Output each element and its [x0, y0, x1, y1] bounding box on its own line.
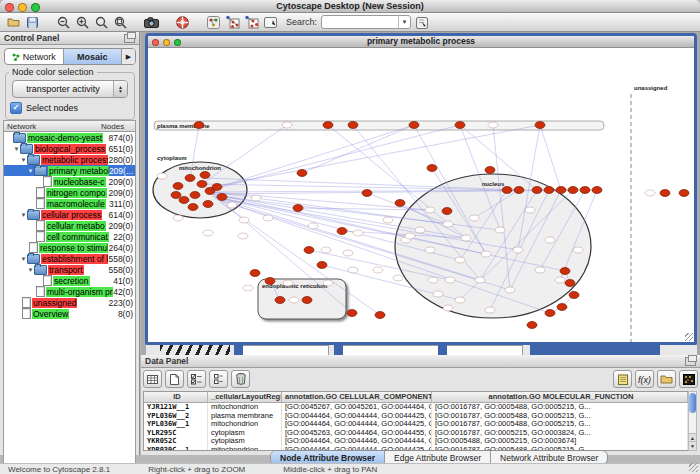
- create-network-view-icon[interactable]: [225, 15, 240, 29]
- node-selected[interactable]: [348, 122, 358, 129]
- table-row[interactable]: YPL036W__2plasma membrane[GO:0044464, GO…: [144, 412, 688, 421]
- tree-col-nodes[interactable]: Nodes: [101, 122, 135, 131]
- node-selected[interactable]: [485, 167, 495, 174]
- node-selected[interactable]: [442, 208, 452, 215]
- attribute-matrix-icon[interactable]: [679, 370, 698, 388]
- node[interactable]: [573, 247, 583, 253]
- node[interactable]: [505, 287, 515, 293]
- tree-item-response-to-stimulu[interactable]: response to stimulu264(0): [4, 242, 135, 253]
- node-selected[interactable]: [375, 312, 385, 319]
- node-selected[interactable]: [337, 228, 347, 235]
- node[interactable]: [239, 217, 249, 223]
- app-resize-grip[interactable]: [689, 463, 698, 472]
- tree-item-biological-process[interactable]: ▼biological_process651(0): [4, 143, 135, 154]
- network-canvas[interactable]: plasma membranecytoplasmmitochondrionnuc…: [148, 48, 694, 342]
- background-windows-strip[interactable]: [146, 345, 697, 355]
- attribute-table-header[interactable]: ID_cellularLayoutRegionannotation.GO CEL…: [144, 392, 688, 403]
- column-header-3[interactable]: annotation.GO MOLECULAR_FUNCTION: [432, 392, 688, 402]
- node[interactable]: [525, 207, 535, 213]
- node-selected[interactable]: [265, 278, 275, 285]
- node[interactable]: [445, 277, 455, 283]
- tree-item-transport[interactable]: ▼transport558(0): [4, 264, 135, 275]
- node[interactable]: [373, 267, 383, 273]
- tree-item-cellular-metabo[interactable]: cellular metabo209(0): [4, 220, 135, 231]
- zoom-in-icon[interactable]: [75, 15, 90, 29]
- column-header-2[interactable]: annotation.GO CELLULAR_COMPONENT: [282, 392, 432, 402]
- expand-arrow-icon[interactable]: ▼: [13, 146, 20, 152]
- node[interactable]: [645, 190, 655, 196]
- node[interactable]: [243, 285, 253, 291]
- background-window[interactable]: [446, 345, 523, 355]
- node-selected[interactable]: [580, 187, 590, 194]
- network-window-traffic-lights[interactable]: [152, 39, 181, 46]
- expand-arrow-icon[interactable]: ▼: [20, 157, 27, 163]
- node-selected[interactable]: [179, 197, 189, 204]
- node[interactable]: [513, 247, 523, 253]
- select-all-attributes-icon[interactable]: [187, 370, 206, 388]
- network-graph[interactable]: plasma membranecytoplasmmitochondrionnuc…: [148, 48, 694, 342]
- node[interactable]: [393, 275, 403, 281]
- node[interactable]: [455, 257, 465, 263]
- traffic-lights[interactable]: [5, 3, 40, 12]
- open-file-icon[interactable]: [6, 15, 21, 29]
- minimize-icon[interactable]: [163, 39, 170, 46]
- node[interactable]: [348, 267, 358, 273]
- tree-item-cell-communicat[interactable]: cell communicat22(0): [4, 231, 135, 242]
- notepad-icon[interactable]: [613, 370, 632, 388]
- node-selected[interactable]: [514, 187, 524, 194]
- node[interactable]: [475, 277, 485, 283]
- select-nodes-checkbox[interactable]: ✓: [10, 102, 22, 114]
- tree-item-metabolic-process[interactable]: ▼metabolic process280(0): [4, 154, 135, 165]
- node[interactable]: [481, 251, 491, 257]
- help-icon[interactable]: [175, 15, 190, 29]
- network-view-window[interactable]: primary metabolic process plasma membran…: [145, 33, 697, 345]
- node[interactable]: [173, 215, 183, 221]
- column-header-1[interactable]: _cellularLayoutRegion: [208, 392, 282, 402]
- tree-item-nitrogen-compo[interactable]: nitrogen compo209(0): [4, 187, 135, 198]
- close-icon[interactable]: [5, 3, 14, 12]
- search-input[interactable]: ▼: [321, 15, 411, 29]
- node-selected[interactable]: [527, 322, 537, 329]
- destroy-network-view-icon[interactable]: [244, 15, 259, 29]
- close-icon[interactable]: [152, 39, 159, 46]
- tree-col-network[interactable]: Network: [4, 122, 101, 131]
- node-selected[interactable]: [660, 190, 670, 197]
- node-selected[interactable]: [293, 205, 303, 212]
- vizmapper-icon[interactable]: [206, 15, 221, 29]
- node-selected[interactable]: [197, 181, 207, 188]
- tree-item-unassigned[interactable]: unassigned223(0): [4, 297, 135, 308]
- node[interactable]: [157, 173, 167, 179]
- node-selected[interactable]: [568, 187, 578, 194]
- table-row[interactable]: YPL036W__1mitochondrion[GO:0044464, GO:0…: [144, 420, 688, 429]
- table-row[interactable]: YJR121W__1mitochondrion[GO:0045267, GO:0…: [144, 403, 688, 412]
- expand-arrow-icon[interactable]: ▼: [27, 267, 34, 273]
- node[interactable]: [415, 227, 425, 233]
- node-selected[interactable]: [395, 200, 405, 207]
- node[interactable]: [353, 230, 363, 236]
- node[interactable]: [545, 237, 555, 243]
- function-builder-icon[interactable]: f(x): [635, 370, 654, 388]
- node[interactable]: [433, 291, 443, 297]
- node-selected[interactable]: [557, 304, 567, 311]
- create-attribute-icon[interactable]: [165, 370, 184, 388]
- advanced-search-icon[interactable]: [415, 15, 430, 29]
- node[interactable]: [227, 202, 237, 208]
- edge[interactable]: [302, 125, 414, 173]
- node-selected[interactable]: [275, 297, 285, 304]
- node[interactable]: [485, 307, 495, 313]
- node-selected[interactable]: [560, 268, 570, 275]
- column-header-0[interactable]: ID: [144, 392, 208, 402]
- tree-item-macromolecule[interactable]: macromolecule311(0): [4, 198, 135, 209]
- network-window-titlebar[interactable]: primary metabolic process: [148, 36, 694, 48]
- tab-mosaic[interactable]: Mosaic: [64, 49, 123, 64]
- node-selected[interactable]: [185, 175, 195, 182]
- node-selected[interactable]: [194, 122, 204, 129]
- attribute-table[interactable]: ID_cellularLayoutRegionannotation.GO CEL…: [143, 391, 689, 451]
- node-selected[interactable]: [217, 194, 227, 201]
- node-selected[interactable]: [592, 187, 602, 194]
- node-selected[interactable]: [188, 204, 198, 211]
- node-selected[interactable]: [362, 190, 372, 197]
- select-attributes-icon[interactable]: [143, 370, 162, 388]
- edge[interactable]: [540, 125, 561, 190]
- tree-item-nucleobase-c[interactable]: nucleobase-c209(0): [4, 176, 135, 187]
